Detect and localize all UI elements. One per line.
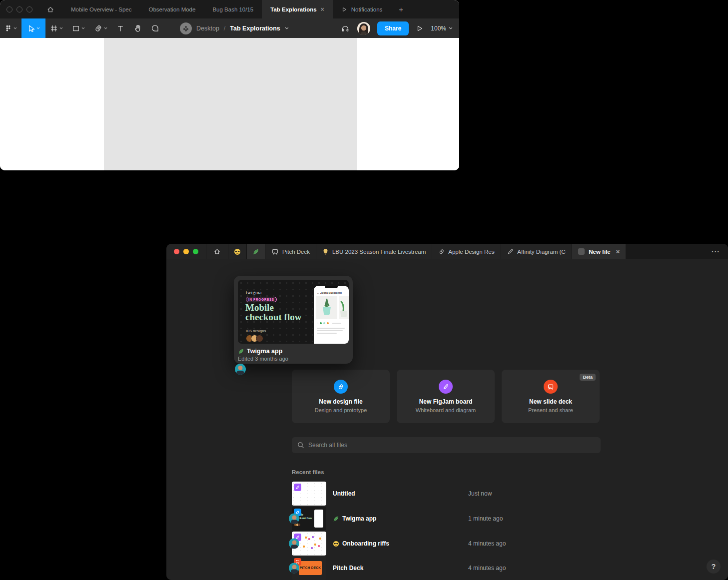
frame-tool-button[interactable] <box>45 18 67 38</box>
breadcrumb-project[interactable]: Desktop <box>196 25 219 32</box>
tab-tab-explorations-active[interactable]: Tab Explorations × <box>262 0 332 18</box>
new-design-file-card[interactable]: New design file Design and prototype <box>292 370 390 423</box>
breadcrumb-file-name[interactable]: Tab Explorations <box>230 25 280 32</box>
overflow-menu-icon[interactable]: ··· <box>712 248 720 256</box>
chevron-down-icon <box>59 27 63 29</box>
move-tool-button-selected[interactable] <box>21 18 45 38</box>
recent-file-row[interactable]: Mobile checkout flow Twigma app 1 minute… <box>292 507 601 531</box>
file-name: Twigma app <box>333 515 376 522</box>
placeholder-text-lines <box>317 328 345 335</box>
new-slide-deck-card[interactable]: Beta New slide deck Present and share <box>502 370 600 423</box>
tab-twigma-app-collapsed-hovered[interactable] <box>247 244 265 259</box>
hand-tool-button[interactable] <box>129 18 146 38</box>
editor-canvas[interactable] <box>0 38 459 170</box>
pen-tool-button[interactable] <box>89 18 112 38</box>
tab-affinity-diagram-copy[interactable]: Affinity Diagram (Copy) <box>501 244 572 259</box>
main-menu-button[interactable] <box>0 18 21 38</box>
help-button[interactable]: ? <box>707 560 721 574</box>
file-thumbnail <box>292 482 326 506</box>
figma-editor-window: Mobile Overview - Spec Observation Mode … <box>0 0 459 170</box>
pitch-deck-poster: PITCH DECK <box>299 561 322 575</box>
color-swatches <box>317 322 341 324</box>
canvas-frame[interactable] <box>104 38 357 170</box>
tab-pitch-deck[interactable]: Pitch Deck <box>265 244 316 259</box>
phone-mockup: ← Zebra Succulent <box>314 286 349 344</box>
text-icon <box>116 24 124 32</box>
desktop-background: Mobile Overview - Spec Observation Mode … <box>0 0 728 580</box>
slides-icon <box>544 380 558 394</box>
tab-lbu-livestream[interactable]: LBU 2023 Season Finale Livestream <box>316 244 432 259</box>
recent-file-row[interactable]: Onboarding riffs 4 minutes ago <box>292 532 601 556</box>
comment-tool-button[interactable] <box>146 18 164 38</box>
close-window-button[interactable] <box>6 6 12 12</box>
tab-bug-bash[interactable]: Bug Bash 10/15 <box>204 0 262 18</box>
rectangle-icon <box>72 24 80 32</box>
figma-file-browser-window: Pitch Deck LBU 2023 Season Finale Livest… <box>166 244 728 580</box>
file-edited-time: Edited 3 months ago <box>238 356 349 362</box>
file-name-text: Twigma app <box>247 348 282 355</box>
editor-toolbar: Desktop / Tab Explorations Share 100% <box>0 18 459 38</box>
text-tool-button[interactable] <box>112 18 129 38</box>
pencil-icon <box>507 248 514 255</box>
minimize-window-button[interactable] <box>16 6 22 12</box>
tab-label: Observation Mode <box>148 6 195 12</box>
minimize-window-button[interactable] <box>183 249 189 254</box>
file-time: 4 minutes ago <box>468 540 506 547</box>
tab-notifications[interactable]: Notifications <box>333 0 391 18</box>
sunglasses-emoji <box>333 541 339 547</box>
editor-avatar <box>289 539 299 549</box>
cursor-arrow-icon <box>27 24 35 32</box>
file-hover-preview-card[interactable]: twigma IN PROGRESS Mobilecheckout flow i… <box>234 276 353 364</box>
mini-phone <box>314 510 323 528</box>
recent-file-row[interactable]: PITCH DECK Pitch Deck 4 minutes ago <box>292 556 601 580</box>
file-name: Pitch Deck <box>333 565 363 572</box>
close-window-button[interactable] <box>174 249 179 254</box>
editor-avatar <box>289 514 299 524</box>
home-tab[interactable] <box>39 0 62 18</box>
share-button[interactable]: Share <box>377 21 409 35</box>
search-bar[interactable] <box>292 437 601 453</box>
home-tab[interactable] <box>206 244 228 259</box>
comment-bubble-icon <box>151 24 159 32</box>
collaborator-avatars <box>246 335 261 342</box>
tab-apple-design-resources[interactable]: Apple Design Resources <box>432 244 501 259</box>
new-figjam-board-card[interactable]: New FigJam board Whiteboard and diagram <box>397 370 495 423</box>
feather-emoji <box>333 516 339 522</box>
browser-tab-bar: Pitch Deck LBU 2023 Season Finale Livest… <box>166 244 728 259</box>
close-tab-icon[interactable]: × <box>321 6 324 13</box>
tab-observation-mode[interactable]: Observation Mode <box>140 0 204 18</box>
new-tab-button[interactable]: + <box>391 0 411 18</box>
user-avatar[interactable] <box>357 22 370 35</box>
zoom-window-button[interactable] <box>26 6 32 12</box>
breadcrumb-separator: / <box>224 25 225 32</box>
tab-onboarding-riffs-collapsed[interactable] <box>228 244 247 259</box>
plant-photo <box>316 296 337 319</box>
close-tab-icon[interactable]: × <box>616 248 620 255</box>
card-title: New design file <box>319 398 362 405</box>
pen-nib-icon <box>438 248 445 255</box>
editor-avatar <box>289 563 299 574</box>
home-icon <box>46 5 54 13</box>
phone-screen-title: ← Zebra Succulent <box>317 291 342 294</box>
card-subtitle: Present and share <box>528 407 573 413</box>
window-controls <box>166 244 206 259</box>
avatar <box>256 335 263 342</box>
team-avatar[interactable] <box>180 22 192 34</box>
shape-tool-button[interactable] <box>67 18 89 38</box>
tab-mobile-overview-spec[interactable]: Mobile Overview - Spec <box>62 0 140 18</box>
thumb-subtitle: iOS designs <box>246 329 266 333</box>
zoom-level-value: 100% <box>431 25 446 32</box>
search-input[interactable] <box>308 442 595 449</box>
headphones-icon[interactable] <box>340 23 350 33</box>
search-icon <box>297 442 304 449</box>
beta-badge: Beta <box>580 374 596 381</box>
chevron-down-icon[interactable] <box>285 27 289 29</box>
zoom-level-control[interactable]: 100% <box>431 25 453 32</box>
file-name: Untitled <box>333 490 355 497</box>
zoom-window-button[interactable] <box>193 249 198 254</box>
recent-file-row[interactable]: Untitled Just now <box>292 482 601 506</box>
present-icon[interactable] <box>416 24 424 32</box>
file-browser-content: twigma IN PROGRESS Mobilecheckout flow i… <box>166 259 728 580</box>
tab-new-file-active[interactable]: New file × <box>572 244 626 259</box>
pen-nib-icon <box>94 24 102 32</box>
